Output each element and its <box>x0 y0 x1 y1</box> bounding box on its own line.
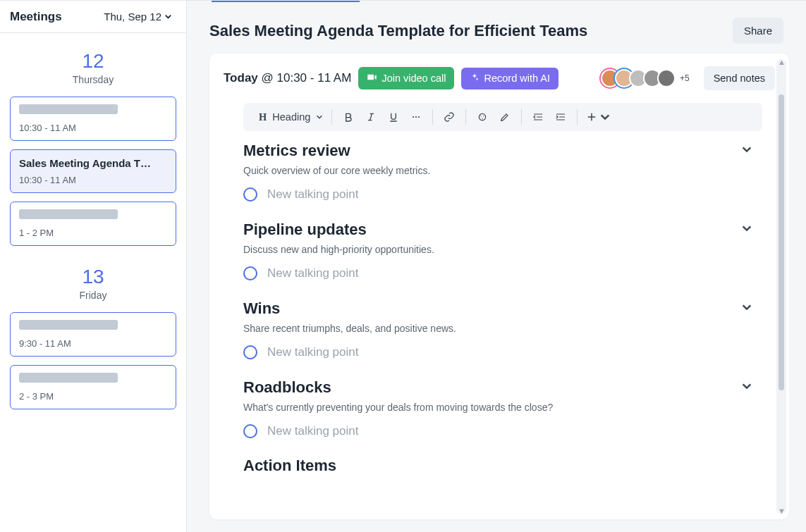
day-name: Thursday <box>10 74 176 85</box>
event-time: 1 - 2 PM <box>19 228 167 238</box>
share-button[interactable]: Share <box>733 18 783 44</box>
new-talking-point-label: New talking point <box>267 345 358 359</box>
event-title: Sales Meeting Agenda T… <box>19 157 167 169</box>
event-title-placeholder <box>19 209 118 219</box>
scrollbar-thumb[interactable] <box>778 94 784 390</box>
section-title[interactable]: Metrics review <box>243 142 350 160</box>
record-ai-button[interactable]: Record with AI <box>461 68 558 89</box>
event-card[interactable]: 2 - 3 PM <box>10 365 176 409</box>
day-number: 12 <box>10 50 176 73</box>
sidebar-body[interactable]: 12 Thursday 10:30 - 11 AM Sales Meeting … <box>0 33 186 431</box>
page-header: Sales Meeting Agenda Template for Effici… <box>187 1 806 51</box>
app-root: Meetings Thu, Sep 12 12 Thursday 10:30 -… <box>0 0 806 532</box>
new-talking-point-label: New talking point <box>267 266 358 280</box>
new-talking-point[interactable]: New talking point <box>243 266 755 280</box>
section-description[interactable]: What's currently preventing your deals f… <box>243 402 755 413</box>
day-name: Friday <box>10 290 176 301</box>
svg-point-5 <box>484 116 484 116</box>
svg-point-2 <box>418 116 420 118</box>
color-button[interactable] <box>475 109 490 125</box>
collapse-toggle[interactable] <box>738 299 755 318</box>
event-title-placeholder <box>19 373 118 383</box>
sidebar-title: Meetings <box>10 10 62 24</box>
highlight-button[interactable] <box>497 109 513 125</box>
new-talking-point[interactable]: New talking point <box>243 345 755 359</box>
link-button[interactable] <box>441 109 457 125</box>
section-description[interactable]: Share recent triumphs, deals, and positi… <box>243 323 755 334</box>
record-ai-label: Record with AI <box>484 73 550 84</box>
svg-point-6 <box>482 118 483 118</box>
svg-point-4 <box>481 116 482 116</box>
add-menu-button[interactable] <box>586 109 611 125</box>
date-picker-label: Thu, Sep 12 <box>104 11 161 23</box>
section-title[interactable]: Pipeline updates <box>243 221 367 239</box>
avatar-stack[interactable]: +5 <box>601 69 690 87</box>
event-card[interactable]: 1 - 2 PM <box>10 202 176 246</box>
svg-point-1 <box>415 116 417 118</box>
section-title-cutoff[interactable]: Action Items <box>243 457 755 475</box>
section-title[interactable]: Roadblocks <box>243 378 331 397</box>
event-title-placeholder <box>19 320 118 330</box>
section-description[interactable]: Quick overview of our core weekly metric… <box>243 165 755 176</box>
sidebar: Meetings Thu, Sep 12 12 Thursday 10:30 -… <box>0 1 187 532</box>
checkbox-circle-icon[interactable] <box>243 187 257 202</box>
heading-dropdown[interactable]: H Heading <box>250 111 331 123</box>
event-time: 9:30 - 11 AM <box>19 338 167 349</box>
collapse-toggle[interactable] <box>738 378 755 397</box>
date-picker[interactable]: Thu, Sep 12 <box>99 8 176 25</box>
event-time: 2 - 3 PM <box>19 391 167 402</box>
join-video-label: Join video call <box>381 73 446 84</box>
italic-button[interactable] <box>363 109 379 125</box>
scrollbar[interactable]: ▲ ▼ <box>776 59 786 514</box>
agenda-section: Wins Share recent triumphs, deals, and p… <box>243 299 755 359</box>
collapse-toggle[interactable] <box>738 220 755 240</box>
checkbox-circle-icon[interactable] <box>243 424 257 438</box>
scroll-up-icon[interactable]: ▲ <box>778 58 786 66</box>
new-talking-point-label: New talking point <box>267 187 358 202</box>
join-video-button[interactable]: Join video call <box>358 67 454 89</box>
time-label: @ 10:30 - 11 AM <box>262 71 352 85</box>
underline-button[interactable] <box>386 109 401 125</box>
send-notes-button[interactable]: Send notes <box>704 66 775 90</box>
svg-point-3 <box>480 113 486 120</box>
avatar-overflow-count[interactable]: +5 <box>680 73 690 83</box>
event-card[interactable]: 10:30 - 11 AM <box>10 97 176 141</box>
video-camera-icon <box>367 72 377 85</box>
sidebar-header: Meetings Thu, Sep 12 <box>0 1 186 33</box>
new-talking-point[interactable]: New talking point <box>243 187 755 202</box>
more-formatting-button[interactable] <box>408 109 424 125</box>
caret-down-icon <box>164 11 172 23</box>
bold-button[interactable] <box>341 109 356 125</box>
collapse-toggle[interactable] <box>738 141 755 161</box>
caret-down-icon <box>316 111 323 123</box>
day-number: 13 <box>10 266 176 288</box>
new-talking-point[interactable]: New talking point <box>243 424 755 438</box>
checkbox-circle-icon[interactable] <box>243 345 257 359</box>
agenda-section: Metrics review Quick overview of our cor… <box>243 141 755 202</box>
meeting-when: Today @ 10:30 - 11 AM <box>224 71 351 85</box>
heading-h-icon: H <box>259 111 267 123</box>
today-label: Today <box>224 71 258 85</box>
sparkle-icon <box>470 73 480 85</box>
event-card-selected[interactable]: Sales Meeting Agenda T… 10:30 - 11 AM <box>10 149 176 193</box>
event-time: 10:30 - 11 AM <box>19 175 167 185</box>
avatar[interactable] <box>657 69 676 87</box>
indent-decrease-button[interactable] <box>530 109 546 125</box>
agenda-section: Pipeline updates Discuss new and high-pr… <box>243 220 755 280</box>
event-title-placeholder <box>19 104 118 114</box>
section-title[interactable]: Wins <box>243 299 280 318</box>
event-card[interactable]: 9:30 - 11 AM <box>10 312 176 357</box>
meeting-panel: Today @ 10:30 - 11 AM Join video call Re… <box>209 54 789 519</box>
svg-point-0 <box>413 116 414 118</box>
indent-increase-button[interactable] <box>553 109 568 125</box>
page-title: Sales Meeting Agenda Template for Effici… <box>209 22 587 40</box>
day-block: 13 Friday <box>10 266 176 301</box>
new-talking-point-label: New talking point <box>267 424 358 438</box>
scroll-down-icon[interactable]: ▼ <box>778 507 786 515</box>
checkbox-circle-icon[interactable] <box>243 266 257 280</box>
section-description[interactable]: Discuss new and high-priority opportunit… <box>243 244 755 255</box>
editor-content[interactable]: Metrics review Quick overview of our cor… <box>209 141 789 509</box>
main: Sales Meeting Agenda Template for Effici… <box>187 1 806 532</box>
event-time: 10:30 - 11 AM <box>19 123 167 133</box>
day-block: 12 Thursday <box>10 50 176 85</box>
